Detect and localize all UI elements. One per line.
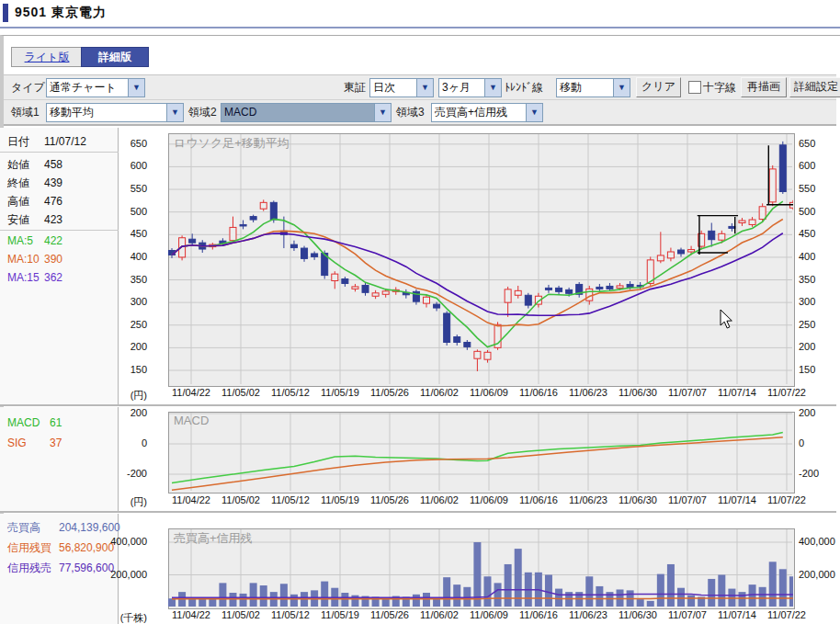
y-axis-tick: 650: [799, 138, 839, 149]
quote-open-row: 始値458: [7, 157, 62, 173]
ma10-value: 390: [44, 253, 62, 266]
x-axis-date-label: 11/06/09: [461, 609, 516, 620]
y-axis-tick: 600: [96, 160, 147, 171]
macd-value: 61: [50, 416, 62, 429]
x-axis-date-label: 11/07/14: [709, 387, 765, 398]
chevron-down-icon[interactable]: ▼: [416, 79, 433, 96]
y-axis-tick: 200: [799, 341, 839, 352]
period-select[interactable]: 日次 ▼: [369, 78, 434, 97]
x-axis-date-label: 11/06/16: [511, 609, 566, 620]
area2-select[interactable]: MACD ▼: [221, 103, 392, 122]
y-axis-tick: 400: [799, 251, 839, 262]
x-axis-date-label: 11/05/12: [263, 494, 318, 505]
y-axis-tick: 200,000: [799, 569, 839, 580]
close-value: 439: [44, 176, 62, 189]
tab-detail-label: 詳細版: [98, 51, 131, 63]
x-axis-date-label: 11/06/16: [511, 494, 566, 505]
chevron-down-icon[interactable]: ▼: [128, 79, 144, 96]
candlestick-chart-title: ロウソク足+移動平均: [174, 135, 289, 152]
x-axis-date-label: 11/05/26: [362, 609, 417, 620]
chevron-down-icon[interactable]: ▼: [613, 79, 630, 96]
area2-label: 領域2: [188, 103, 217, 122]
ma10-label: MA:10: [7, 253, 44, 266]
y-axis-tick: 300: [96, 296, 147, 307]
close-label: 終値: [7, 176, 44, 191]
macd-unit-label: (円): [108, 495, 147, 509]
ma5-value: 422: [44, 234, 62, 247]
chevron-down-icon[interactable]: ▼: [484, 79, 501, 96]
y-axis-tick: 0: [96, 437, 147, 448]
redraw-button[interactable]: 再描画: [741, 77, 787, 97]
date-label: 日付: [7, 134, 44, 150]
area3-select[interactable]: 売買高+信用残 ▼: [431, 103, 543, 122]
x-axis-date-label: 11/06/02: [412, 387, 467, 398]
volume-chart: [168, 528, 793, 607]
page-title: 9501 東京電力: [15, 5, 107, 21]
x-axis-date-label: 11/06/30: [610, 494, 665, 505]
x-axis-date-label: 11/07/22: [759, 609, 814, 620]
quote-high-row: 高値476: [7, 194, 62, 210]
y-axis-tick: -200: [96, 468, 147, 479]
header-accent-bar: [3, 4, 8, 22]
y-axis-tick: 150: [799, 364, 839, 375]
ma10-row: MA:10390: [7, 253, 62, 266]
volume-unit-label: (千株): [105, 611, 147, 624]
crosshair-label: 十字線: [703, 78, 736, 97]
x-axis-date-label: 11/07/22: [759, 387, 814, 398]
y-axis-tick: 600: [799, 160, 839, 171]
mouse-cursor-icon: [720, 309, 734, 329]
chevron-down-icon[interactable]: ▼: [374, 104, 391, 121]
x-axis-date-label: 11/04/22: [164, 494, 219, 505]
trendline-select[interactable]: 移動 ▼: [556, 78, 630, 97]
chart-type-select[interactable]: 通常チャート ▼: [46, 78, 145, 97]
quote-date-row: 日付11/07/12: [7, 134, 86, 150]
x-axis-date-label: 11/05/26: [362, 387, 417, 398]
x-axis-date-label: 11/04/22: [164, 387, 219, 398]
chart-type-value: 通常チャート: [47, 79, 128, 96]
toolbar-row-1: タイプ 通常チャート ▼ 東証 日次 ▼ 3ヶ月 ▼ ﾄﾚﾝﾄﾞ線 移動 ▼ ク…: [4, 74, 836, 99]
macd-chart-title: MACD: [174, 414, 209, 427]
y-axis-tick: 350: [799, 274, 839, 285]
area3-value: 売買高+信用残: [432, 104, 526, 121]
macd-label: MACD: [7, 416, 50, 429]
area1-select[interactable]: 移動平均 ▼: [46, 103, 184, 122]
x-axis-date-label: 11/07/22: [759, 494, 814, 505]
x-axis-date-label: 11/07/14: [709, 609, 765, 620]
y-axis-tick: 350: [96, 274, 147, 285]
toolbar-row-2: 領域1 移動平均 ▼ 領域2 MACD ▼ 領域3 売買高+信用残 ▼: [4, 99, 836, 126]
y-axis-tick: 200: [799, 407, 839, 418]
chevron-down-icon[interactable]: ▼: [526, 104, 542, 121]
ma5-row: MA:5422: [7, 234, 62, 247]
y-axis-tick: 400: [96, 251, 147, 262]
ma15-row: MA:15362: [7, 271, 62, 284]
quote-close-row: 終値439: [7, 176, 62, 191]
market-label: 東証: [344, 78, 366, 97]
x-axis-date-label: 11/05/19: [312, 387, 368, 398]
range-select[interactable]: 3ヶ月 ▼: [438, 78, 502, 97]
tab-light-version[interactable]: ライト版: [11, 47, 83, 67]
detail-settings-button[interactable]: 詳細設定: [789, 77, 840, 97]
crosshair-checkbox[interactable]: [688, 81, 701, 94]
x-axis-date-label: 11/07/07: [660, 609, 715, 620]
area3-label: 領域3: [396, 103, 425, 122]
tab-detail-version[interactable]: 詳細版: [81, 47, 149, 67]
macd-value-row: MACD61: [7, 416, 62, 429]
x-axis-date-label: 11/05/19: [312, 494, 368, 505]
x-axis-date-label: 11/07/07: [660, 387, 715, 398]
margin-sell-label: 信用残売: [7, 561, 59, 576]
x-axis-date-label: 11/05/02: [213, 494, 268, 505]
section-divider: [0, 511, 836, 513]
clear-button[interactable]: クリア: [636, 77, 681, 97]
y-axis-tick: 250: [799, 319, 839, 330]
y-axis-tick: 300: [799, 296, 839, 307]
x-axis-date-label: 11/06/09: [461, 494, 516, 505]
y-axis-tick: 500: [96, 206, 147, 217]
open-value: 458: [44, 158, 62, 171]
x-axis-date-label: 11/06/30: [610, 387, 665, 398]
chevron-down-icon[interactable]: ▼: [166, 104, 183, 121]
x-axis-date-label: 11/07/14: [709, 494, 765, 505]
y-axis-tick: 400,000: [799, 536, 839, 547]
volume-row: 売買高204,139,600: [7, 520, 120, 536]
x-axis-date-label: 11/06/30: [610, 609, 665, 620]
y-axis-tick: 200: [96, 341, 147, 352]
